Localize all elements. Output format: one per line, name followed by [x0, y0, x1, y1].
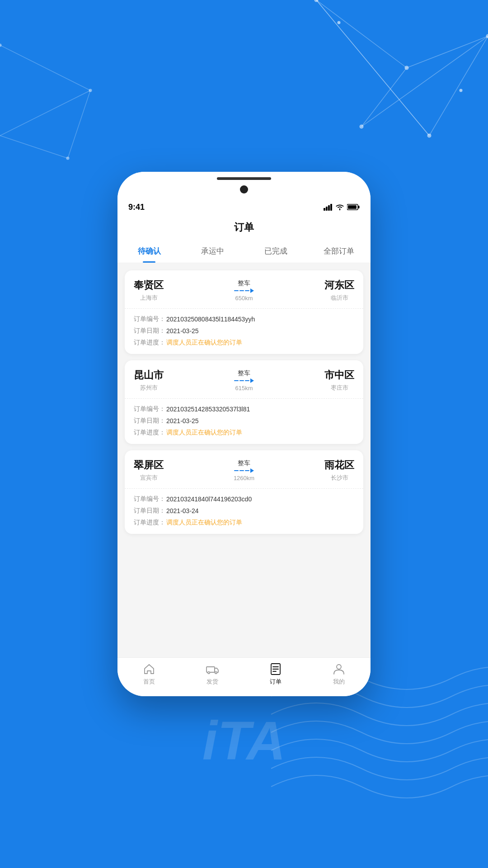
nav-mine-label: 我的 — [333, 678, 345, 686]
order-1-no-row: 订单编号： 202103250808435l1184453yyh — [134, 315, 354, 323]
svg-rect-23 — [326, 207, 328, 211]
tab-pending-underline — [143, 261, 155, 263]
order-3-middle: 整车 1260km — [164, 459, 324, 481]
order-3-to-city: 雨花区 — [324, 458, 354, 472]
svg-point-18 — [0, 44, 1, 47]
order-2-progress-row: 订单进度： 调度人员正在确认您的订单 — [134, 429, 354, 437]
svg-point-9 — [486, 34, 488, 38]
svg-line-14 — [0, 45, 90, 90]
svg-point-13 — [460, 89, 462, 92]
bottom-nav: 首页 发货 — [117, 657, 371, 696]
orders-list: 奉贤区 上海市 整车 650km 河东区 临沂市 — [117, 263, 371, 657]
order-2-arrow — [234, 378, 254, 383]
order-2-from-region: 苏州市 — [140, 384, 158, 392]
tab-completed[interactable]: 已完成 — [244, 240, 307, 263]
svg-rect-27 — [358, 206, 360, 208]
order-3-from-region: 宜宾市 — [140, 474, 158, 482]
nav-mine[interactable]: 我的 — [307, 662, 371, 686]
order-2-progress-value: 调度人员正在确认您的订单 — [166, 429, 242, 437]
notch-bar — [217, 177, 271, 180]
nav-home-label: 首页 — [143, 678, 155, 686]
svg-point-7 — [314, 0, 318, 2]
order-3-date-value: 2021-03-24 — [166, 507, 199, 514]
nav-order-label: 订单 — [270, 678, 282, 686]
order-3-to-region: 长沙市 — [331, 474, 348, 482]
order-3-no-value: 202103241840l744196203cd0 — [166, 495, 252, 503]
order-3-progress-row: 订单进度： 调度人员正在确认您的订单 — [134, 519, 354, 527]
svg-line-2 — [429, 36, 488, 136]
page-header: 订单 — [117, 215, 371, 240]
svg-point-30 — [208, 672, 210, 674]
order-1-route: 奉贤区 上海市 整车 650km 河东区 临沂市 — [125, 270, 363, 309]
order-card-1[interactable]: 奉贤区 上海市 整车 650km 河东区 临沂市 — [125, 270, 363, 354]
order-3-no-row: 订单编号： 202103241840l744196203cd0 — [134, 495, 354, 503]
svg-point-31 — [215, 672, 217, 674]
battery-icon — [347, 203, 360, 211]
svg-line-15 — [68, 90, 90, 158]
order-1-no-value: 202103250808435l1184453yyh — [166, 316, 255, 323]
order-2-date-value: 2021-03-25 — [166, 417, 199, 425]
order-2-date-row: 订单日期： 2021-03-25 — [134, 417, 354, 425]
order-1-to-city: 河东区 — [324, 278, 354, 292]
order-card-3[interactable]: 翠屏区 宜宾市 整车 1260km 雨花区 长沙市 — [125, 450, 363, 534]
order-1-type: 整车 — [238, 279, 250, 288]
order-1-arrow — [234, 288, 254, 293]
order-1-to: 河东区 临沂市 — [324, 278, 354, 302]
order-2-progress-label: 订单进度： — [134, 429, 166, 437]
svg-rect-24 — [328, 205, 330, 211]
order-3-date-label: 订单日期： — [134, 507, 166, 515]
status-bar: 9:41 — [117, 199, 371, 215]
user-icon — [332, 662, 346, 676]
svg-point-10 — [427, 134, 431, 137]
svg-rect-25 — [330, 204, 332, 211]
svg-point-36 — [337, 665, 341, 669]
order-card-2[interactable]: 昆山市 苏州市 整车 615km 市中区 枣庄市 — [125, 360, 363, 444]
order-1-date-value: 2021-03-25 — [166, 327, 199, 335]
order-1-middle: 整车 650km — [164, 279, 324, 302]
order-3-no-label: 订单编号： — [134, 495, 166, 503]
order-2-no-label: 订单编号： — [134, 405, 166, 413]
order-2-to-region: 枣庄市 — [331, 384, 348, 392]
order-1-date-label: 订单日期： — [134, 327, 166, 335]
order-2-to-city: 市中区 — [324, 368, 354, 382]
tab-completed-label: 已完成 — [264, 246, 287, 256]
order-2-from-city: 昆山市 — [134, 368, 164, 382]
svg-point-20 — [66, 157, 69, 160]
order-1-progress-label: 订单进度： — [134, 339, 166, 347]
truck-icon — [206, 662, 219, 676]
nav-order[interactable]: 订单 — [244, 662, 307, 686]
wifi-icon — [335, 203, 344, 211]
svg-line-5 — [361, 68, 407, 127]
order-1-to-region: 临沂市 — [331, 294, 348, 302]
order-3-type: 整车 — [238, 459, 250, 467]
svg-point-19 — [89, 89, 92, 92]
tab-pending[interactable]: 待确认 — [117, 240, 181, 263]
nav-ship[interactable]: 发货 — [181, 662, 244, 686]
signal-icon — [324, 203, 333, 211]
order-1-from-city: 奉贤区 — [134, 278, 164, 292]
order-1-details: 订单编号： 202103250808435l1184453yyh 订单日期： 2… — [125, 309, 363, 354]
nav-ship-label: 发货 — [206, 678, 218, 686]
svg-point-11 — [360, 125, 363, 128]
order-3-date-row: 订单日期： 2021-03-24 — [134, 507, 354, 515]
order-3-progress-label: 订单进度： — [134, 519, 166, 527]
tab-pending-label: 待确认 — [138, 246, 161, 256]
order-3-arrow — [234, 468, 254, 473]
svg-rect-28 — [348, 205, 357, 209]
status-icons — [324, 203, 360, 211]
tab-all[interactable]: 全部订单 — [307, 240, 371, 263]
svg-line-17 — [0, 90, 90, 136]
order-3-progress-value: 调度人员正在确认您的订单 — [166, 519, 242, 527]
order-3-from: 翠屏区 宜宾市 — [134, 458, 164, 482]
nav-home[interactable]: 首页 — [117, 662, 181, 686]
phone-notch — [117, 172, 371, 199]
order-icon — [269, 662, 282, 676]
order-2-distance: 615km — [235, 385, 253, 392]
tab-transit[interactable]: 承运中 — [181, 240, 244, 263]
svg-point-12 — [338, 21, 340, 24]
order-1-from: 奉贤区 上海市 — [134, 278, 164, 302]
svg-line-4 — [316, 0, 429, 136]
tab-all-label: 全部订单 — [324, 246, 354, 256]
svg-rect-29 — [206, 667, 215, 672]
svg-line-0 — [316, 0, 407, 68]
